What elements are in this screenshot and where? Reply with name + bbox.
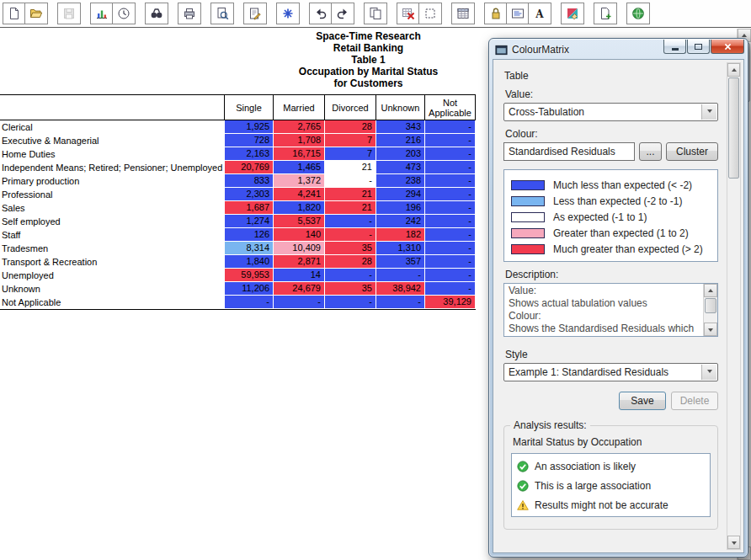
select-region-icon[interactable]: [419, 3, 441, 24]
table-cell[interactable]: -: [325, 228, 376, 242]
print-icon[interactable]: [178, 3, 200, 24]
row-label[interactable]: Unknown: [0, 282, 225, 296]
lock-icon[interactable]: [485, 3, 507, 24]
table-cell[interactable]: 1,310: [376, 242, 425, 255]
table-cell[interactable]: 1,274: [225, 215, 274, 228]
save-button[interactable]: Save: [619, 392, 666, 410]
cluster-button[interactable]: Cluster: [666, 142, 718, 161]
row-label[interactable]: Unemployed: [0, 269, 225, 282]
font-icon[interactable]: A: [529, 3, 551, 24]
row-label[interactable]: Home Duties: [0, 147, 225, 161]
table-cell[interactable]: 357: [376, 255, 425, 269]
table-cell[interactable]: -: [225, 296, 274, 309]
table-cell[interactable]: 1,687: [225, 201, 274, 215]
table-cell[interactable]: 7: [325, 147, 376, 161]
row-label[interactable]: Tradesmen: [0, 242, 225, 255]
scrollbar-thumb[interactable]: [728, 77, 739, 179]
row-label[interactable]: Professional: [0, 188, 225, 201]
table-cell[interactable]: 238: [376, 174, 425, 188]
table-cell[interactable]: 473: [376, 161, 425, 174]
table-cell[interactable]: 10,409: [274, 242, 325, 255]
copy-icon[interactable]: [365, 3, 386, 24]
table-cell[interactable]: -: [425, 174, 476, 188]
table-cell[interactable]: 2,303: [225, 188, 274, 201]
table-cell[interactable]: 196: [376, 201, 425, 215]
process-icon[interactable]: [277, 3, 299, 24]
table-cell[interactable]: 24,679: [274, 282, 325, 296]
table-cell[interactable]: -: [425, 134, 476, 147]
table-cell[interactable]: 1,708: [274, 134, 325, 147]
table-cell[interactable]: -: [376, 296, 425, 309]
row-label[interactable]: Staff: [0, 228, 225, 242]
fields-icon[interactable]: [507, 3, 529, 24]
table-cell[interactable]: -: [425, 282, 476, 296]
clock-icon[interactable]: [113, 3, 135, 24]
table-cell[interactable]: -: [325, 174, 376, 188]
table-cell[interactable]: 1,465: [274, 161, 325, 174]
table-cell[interactable]: 182: [376, 228, 425, 242]
chevron-down-icon[interactable]: [701, 365, 716, 380]
preview-icon[interactable]: [211, 3, 233, 24]
column-header[interactable]: Unknown: [376, 95, 425, 120]
table-cell[interactable]: 216: [376, 134, 425, 147]
table-cell[interactable]: 21: [325, 161, 376, 174]
table-view-icon[interactable]: [452, 3, 474, 24]
chart-icon[interactable]: [91, 3, 113, 24]
scroll-down-icon[interactable]: [727, 536, 740, 549]
minimize-button[interactable]: [663, 40, 686, 54]
table-cell[interactable]: 16,715: [274, 147, 325, 161]
style-combobox[interactable]: Example 1: Standardised Residuals: [503, 363, 718, 381]
colour-field[interactable]: Standardised Residuals: [503, 142, 635, 161]
delete-button[interactable]: Delete: [671, 392, 718, 410]
value-combobox[interactable]: Cross-Tabulation: [503, 103, 718, 121]
table-cell[interactable]: 4,241: [274, 188, 325, 201]
dialog-titlebar[interactable]: ColourMatrix: [493, 39, 744, 59]
table-cell[interactable]: -: [425, 269, 476, 282]
table-cell[interactable]: 2,765: [274, 120, 325, 134]
table-cell[interactable]: -: [425, 161, 476, 174]
table-cell[interactable]: -: [325, 269, 376, 282]
table-cell[interactable]: 35: [325, 282, 376, 296]
table-cell[interactable]: -: [376, 269, 425, 282]
table-cell[interactable]: 242: [376, 215, 425, 228]
table-cell[interactable]: 35: [325, 242, 376, 255]
table-cell[interactable]: 38,942: [376, 282, 425, 296]
row-label[interactable]: Sales: [0, 201, 225, 215]
scrollbar-thumb[interactable]: [705, 298, 716, 313]
row-label[interactable]: Self employed: [0, 215, 225, 228]
table-cell[interactable]: -: [425, 188, 476, 201]
chevron-down-icon[interactable]: [701, 104, 716, 120]
scroll-up-icon[interactable]: [704, 284, 717, 297]
close-button[interactable]: [711, 40, 744, 54]
table-cell[interactable]: -: [325, 215, 376, 228]
row-label[interactable]: Transport & Recreation: [0, 255, 225, 269]
table-cell[interactable]: 1,840: [225, 255, 274, 269]
table-cell[interactable]: 11,206: [225, 282, 274, 296]
table-cell[interactable]: -: [425, 255, 476, 269]
table-cell[interactable]: 2,871: [274, 255, 325, 269]
table-cell[interactable]: 28: [325, 120, 376, 134]
table-cell[interactable]: -: [425, 147, 476, 161]
table-cell[interactable]: 294: [376, 188, 425, 201]
table-cell[interactable]: -: [425, 201, 476, 215]
table-cell[interactable]: 5,537: [274, 215, 325, 228]
table-cell[interactable]: -: [425, 242, 476, 255]
new-icon[interactable]: [3, 3, 25, 24]
table-cell[interactable]: 59,953: [225, 269, 274, 282]
table-cell[interactable]: 8,314: [225, 242, 274, 255]
table-cell[interactable]: 39,129: [425, 296, 476, 309]
column-header[interactable]: Not Applicable: [425, 95, 476, 120]
table-cell[interactable]: 28: [325, 255, 376, 269]
table-cell[interactable]: 20,769: [225, 161, 274, 174]
column-header[interactable]: Married: [274, 95, 325, 120]
table-cell[interactable]: 126: [225, 228, 274, 242]
table-cell[interactable]: 21: [325, 188, 376, 201]
table-cell[interactable]: 14: [274, 269, 325, 282]
find-icon[interactable]: [146, 3, 168, 24]
column-header[interactable]: Single: [225, 95, 274, 120]
save-icon[interactable]: [58, 3, 80, 24]
redo-icon[interactable]: [332, 3, 354, 24]
row-label[interactable]: Independent Means; Retired; Pensioner; U…: [0, 161, 225, 174]
table-cell[interactable]: -: [325, 296, 376, 309]
table-cell[interactable]: -: [425, 228, 476, 242]
